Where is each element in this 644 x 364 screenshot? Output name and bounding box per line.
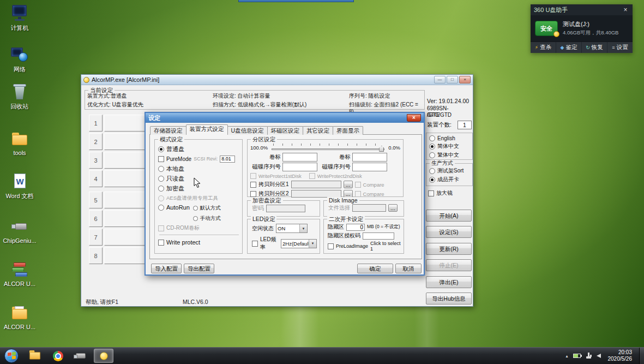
radio-encrypted-disk[interactable]: 加密盘 <box>158 183 240 193</box>
browse-partition1-button[interactable]: ... <box>344 181 353 188</box>
slider-thumb[interactable] <box>379 146 384 152</box>
radio-label: 测试架Sort <box>437 167 464 175</box>
partition-slider[interactable] <box>272 143 384 152</box>
desktop-icon-alcor-archive[interactable]: ALCOR U... <box>2 260 37 287</box>
tab-bad-sector[interactable]: 坏磁区设定 <box>267 126 304 135</box>
desktop-icon-computer[interactable]: 计算机 <box>2 4 37 31</box>
radio-icon <box>429 144 435 150</box>
radio-finished-card[interactable]: 成品开卡 <box>429 176 470 183</box>
show-desktop-button[interactable] <box>639 348 644 364</box>
drive-capacity: 4.06GB可用，共8.40GB <box>563 28 618 37</box>
tab-storage[interactable]: 存储器设定 <box>150 126 186 135</box>
action-verify-button[interactable]: ◆鉴定 <box>556 42 582 53</box>
hidden-area-input[interactable] <box>346 224 365 231</box>
partition-right-percent: 0.0% <box>388 145 400 151</box>
tab-other[interactable]: 其它设定 <box>303 126 333 135</box>
tab-device-mode[interactable]: 装置方式设定 <box>186 124 228 135</box>
taskbar-chrome-button[interactable] <box>48 349 68 363</box>
dialog-close-button[interactable]: × <box>407 114 421 122</box>
volume-input-2[interactable] <box>352 153 387 162</box>
disk-image-path <box>352 204 386 212</box>
radio-readonly-disk[interactable]: 只读盘 <box>158 174 240 183</box>
radio-lang-traditional[interactable]: 繁体中文 <box>429 151 470 159</box>
taskbar-alcormp-button[interactable] <box>94 349 113 363</box>
eject-button[interactable]: 弹出(E) <box>426 276 472 288</box>
desktop-icon-tools[interactable]: tools <box>2 129 37 156</box>
start-button[interactable] <box>4 349 19 363</box>
checkbox-icon[interactable] <box>252 241 258 247</box>
close-icon[interactable]: × <box>622 6 629 14</box>
magnifier-checkbox[interactable]: 放大镜 <box>428 189 453 197</box>
serial-input-1[interactable] <box>282 163 317 171</box>
desktop-icon-word-doc[interactable]: W Word 文档 <box>2 172 37 199</box>
action-scan-button[interactable]: ⚡查杀 <box>531 42 556 53</box>
desktop-icon-alcor-folder[interactable]: ALCOR U... <box>2 303 37 330</box>
radio-autorun-default[interactable]: 默认方式 <box>193 203 221 213</box>
start-button-a[interactable]: 开始(A) <box>426 210 472 222</box>
window-title: AlcorMP.exe [AlcorMP.ini] <box>92 76 159 83</box>
checkbox-label: WriteProtect2ndDisk <box>317 174 362 179</box>
radio-test-sort[interactable]: 测试架Sort <box>429 167 470 175</box>
browse-image-button[interactable]: ... <box>388 204 398 212</box>
checkbox-icon[interactable] <box>328 243 334 249</box>
volume-icon[interactable] <box>597 354 601 358</box>
taskbar-usb-button[interactable] <box>71 349 91 363</box>
minimize-button[interactable]: — <box>434 76 446 83</box>
partition-slider-row: 100.0% 0.0% <box>250 143 400 152</box>
desktop-icon-chipgenius[interactable]: ChipGeniu... <box>2 217 37 244</box>
checkbox-write-protect[interactable]: Write protect <box>158 237 240 247</box>
browse-partition2-button[interactable]: ... <box>344 190 353 198</box>
drive-name: 测试盘(J:) <box>563 20 618 28</box>
winrar-archive-icon <box>10 260 29 279</box>
ok-button[interactable]: 确定 <box>357 264 393 273</box>
radio-lang-english[interactable]: English <box>429 135 470 141</box>
volume-input-1[interactable] <box>282 153 317 162</box>
checkbox-copy-partition1[interactable]: 拷贝到分区1 <box>250 181 289 188</box>
preload-image-value[interactable]: Click to select 1 <box>370 241 401 252</box>
auth-code-input[interactable] <box>363 232 394 240</box>
lightning-icon: ⚡ <box>535 45 538 50</box>
maximize-button[interactable]: □ <box>447 76 458 83</box>
radio-lang-simplified[interactable]: 简体中文 <box>429 142 470 150</box>
clock[interactable]: 20:03 2020/5/26 <box>606 349 635 362</box>
group-title: 生产方式 <box>430 160 455 166</box>
tab-usb-info[interactable]: U盘信息设定 <box>227 126 268 135</box>
hidden-icons-arrow[interactable]: ▴ <box>565 354 568 359</box>
idle-state-select[interactable]: ON▼ <box>276 224 308 233</box>
update-button[interactable]: 更新(R) <box>426 243 472 255</box>
led-freq-select[interactable]: 2Hz(Default▼ <box>281 239 317 248</box>
radio-label: 简体中文 <box>437 142 459 150</box>
recycle-bin-icon <box>10 83 29 102</box>
desktop-icon-network[interactable]: 网络 <box>2 46 37 73</box>
serial-input-2[interactable] <box>352 163 387 171</box>
cancel-button[interactable]: 取消 <box>395 264 422 273</box>
secondary-card-group: 二次开卡设定 隐藏区 MB (0 = 不设定) 隐藏区授权码 PreLoadIm… <box>323 219 404 254</box>
import-config-button[interactable]: 导入配置 <box>151 264 182 273</box>
export-hub-info-button[interactable]: 导出Hub信息 <box>426 293 472 305</box>
taskbar-explorer-button[interactable] <box>25 349 45 363</box>
serial-label-2: 磁碟序列号 <box>319 163 351 171</box>
checkbox-puremode[interactable]: PureMode SCSI Revi: <box>158 154 240 164</box>
radio-local-disk[interactable]: 本地盘 <box>158 164 240 174</box>
checkbox-cdrom-label: CD-ROM卷标 <box>158 223 240 233</box>
dialog-title-bar[interactable]: 设定 × <box>146 113 424 123</box>
tab-ui-display[interactable]: 界面显示 <box>333 126 363 135</box>
radio-autorun-manual[interactable]: 手动方式 <box>193 213 221 223</box>
desktop-icon-label: ChipGeniu... <box>2 237 37 244</box>
close-button[interactable]: × <box>459 76 471 83</box>
verify-icon: ◆ <box>561 45 564 50</box>
battery-icon[interactable] <box>573 354 581 358</box>
checkbox-icon <box>250 173 256 179</box>
desktop-icon-recycle-bin[interactable]: 回收站 <box>2 83 37 110</box>
checkbox-copy-partition2[interactable]: 拷贝到分区2 <box>250 190 289 198</box>
radio-autorun[interactable]: AutoRun 默认方式 手动方式 <box>158 203 240 223</box>
setup-button[interactable]: 设定(S) <box>426 226 472 238</box>
checkbox-compare2: Compare <box>355 191 384 197</box>
export-config-button[interactable]: 导出配置 <box>184 264 214 273</box>
action-settings-button[interactable]: ≡设置 <box>607 42 633 53</box>
scsi-rev-input[interactable] <box>220 156 235 163</box>
action-restore-button[interactable]: ↻恢复 <box>582 42 607 53</box>
device-count-label: 装置个数: <box>427 121 452 129</box>
radio-normal-disk[interactable]: 普通盘 <box>158 144 240 154</box>
title-bar[interactable]: AlcorMP.exe [AlcorMP.ini] — □ × <box>81 75 473 85</box>
